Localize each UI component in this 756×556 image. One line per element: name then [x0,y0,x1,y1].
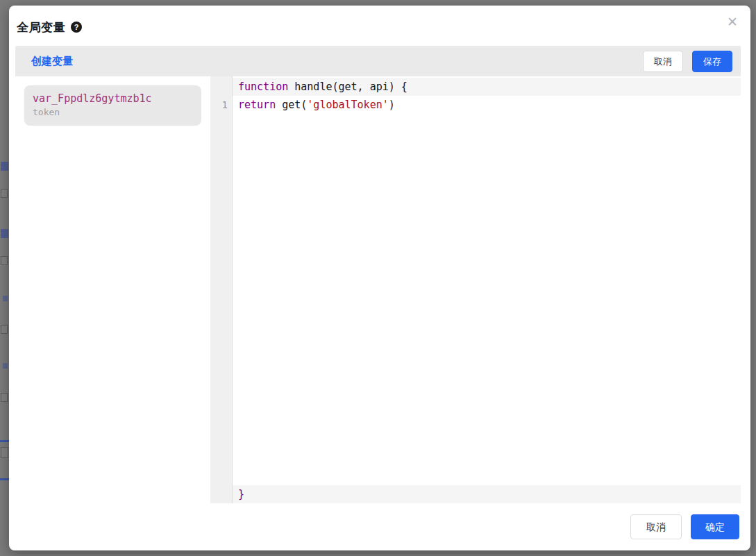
backdrop-fragment [0,478,9,480]
gutter-row-blank [210,78,228,96]
backdrop-fragment [1,256,8,265]
global-variables-dialog: 全局变量 ? ✕ 创建变量 取消 保存 var_Fppdlz6gytmzb1c … [9,6,750,550]
variable-editor-panel: 创建变量 取消 保存 var_Fppdlz6gytmzb1c token 1 f… [15,46,741,503]
backdrop-fragment [3,296,8,301]
backdrop-fragment [1,189,8,198]
line-number: 1 [210,96,228,114]
backdrop-fragment [1,229,8,238]
variable-list: var_Fppdlz6gytmzb1c token [15,76,210,503]
panel-save-button[interactable]: 保存 [692,51,732,72]
panel-toolbar: 创建变量 取消 保存 [15,46,741,76]
create-variable-link[interactable]: 创建变量 [31,55,73,68]
wrapper-close-line: } [233,485,741,503]
dialog-ok-button[interactable]: 确定 [691,514,739,539]
close-icon[interactable]: ✕ [725,15,739,29]
backdrop-fragment [1,393,8,402]
editor-empty-area[interactable] [233,114,741,485]
backdrop-fragment [1,162,8,171]
help-icon[interactable]: ? [71,22,82,33]
dialog-footer: 取消 确定 [9,503,750,550]
backdrop-fragment [1,447,8,458]
backdrop-fragment [3,363,8,369]
backdrop-fragment [1,325,8,334]
editor-content[interactable]: function handle(get, api) { return get('… [233,76,741,503]
dialog-cancel-button[interactable]: 取消 [630,514,682,539]
variable-name: var_Fppdlz6gytmzb1c [33,92,193,106]
variable-type: token [33,106,193,119]
panel-cancel-button[interactable]: 取消 [643,51,683,72]
code-line-1[interactable]: return get('globalToken') [233,96,741,114]
editor-gutter: 1 [210,76,233,503]
backdrop-fragment [0,440,9,442]
code-editor[interactable]: 1 function handle(get, api) { return get… [210,76,741,503]
dialog-titlebar: 全局变量 ? [9,6,750,46]
wrapper-open-line: function handle(get, api) { [233,78,741,96]
variable-list-item[interactable]: var_Fppdlz6gytmzb1c token [24,85,201,126]
dialog-title: 全局变量 [17,19,65,35]
panel-body: var_Fppdlz6gytmzb1c token 1 function han… [15,76,741,503]
